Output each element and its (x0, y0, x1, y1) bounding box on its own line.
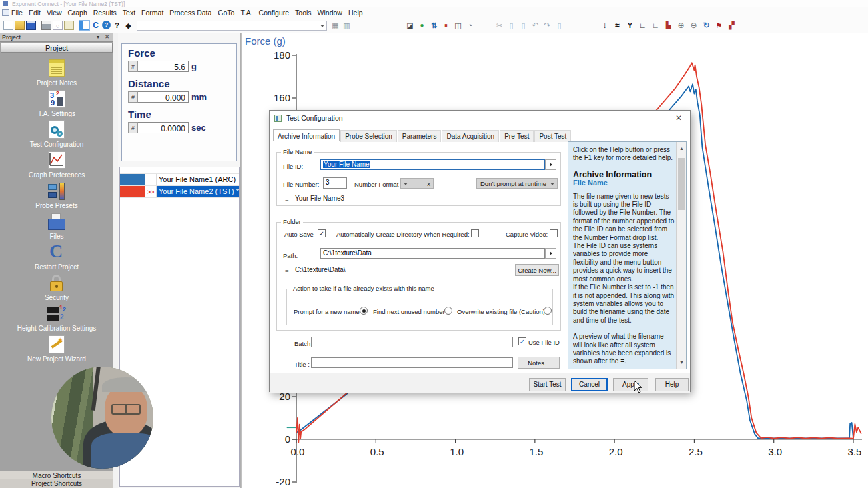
drop-marker-icon[interactable]: ↓ (600, 21, 610, 30)
probe-presets-icon (45, 181, 68, 201)
sidebar-item-graph-preferences[interactable]: Graph Preferences (0, 151, 113, 181)
file-id-menu-button[interactable] (545, 159, 556, 170)
cancel-button[interactable]: Cancel (571, 378, 608, 391)
probe-grid-icon[interactable]: ◫ (453, 21, 463, 30)
training-cap-icon[interactable]: ◆ (123, 21, 133, 30)
help-button[interactable]: Help (655, 378, 689, 391)
menu-format[interactable]: Format (141, 9, 163, 17)
sidebar-item-ta-settings[interactable]: 329 T.A. Settings (0, 89, 113, 120)
sidebar-item-security[interactable]: Security (0, 273, 113, 304)
sidebar-item-new-project-wizard[interactable]: ✦ New Project Wizard (0, 335, 113, 365)
print-icon[interactable] (41, 21, 51, 30)
distance-units-button[interactable]: # (128, 91, 138, 103)
refresh-c-icon[interactable]: C (91, 21, 101, 30)
menu-text[interactable]: Text (123, 9, 135, 17)
force-units-button[interactable]: # (128, 61, 138, 72)
project-shortcuts-bar[interactable]: Project Shortcuts (0, 479, 113, 488)
menu-view[interactable]: View (47, 9, 62, 17)
title-input[interactable] (311, 357, 513, 368)
create-now-button[interactable]: Create Now... (515, 264, 559, 276)
open-folder-icon[interactable] (15, 21, 25, 30)
start-test-button[interactable]: Start Test (529, 378, 566, 391)
sidebar-pin-close-icons[interactable]: ▾ ✕ (97, 34, 111, 40)
menu-goto[interactable]: GoTo (218, 9, 234, 17)
mdi-child-icon[interactable] (2, 9, 9, 16)
y-axis-split-icon[interactable]: Y (625, 21, 635, 30)
window-small-icon[interactable]: ▥ (342, 21, 352, 30)
chart-zoom-icon[interactable]: ▙ (663, 21, 673, 30)
print-preview-icon[interactable]: ◌ (53, 21, 63, 30)
capture-video-checkbox[interactable] (550, 229, 558, 237)
time-units-button[interactable]: # (128, 122, 138, 133)
use-file-id-checkbox[interactable]: ✓ (518, 337, 526, 345)
zoom-in-icon[interactable]: ⊕ (676, 21, 686, 30)
path-menu-button[interactable] (545, 248, 556, 259)
paste-icon[interactable]: ▯ (518, 21, 528, 30)
mail-icon[interactable] (64, 21, 74, 30)
refresh-graph-icon[interactable]: ↻ (701, 21, 711, 30)
menu-process-data[interactable]: Process Data (169, 9, 211, 17)
sidebar-item-height-calibration-settings[interactable]: 122 Height Calibration Settings (0, 304, 113, 335)
tab-archive-information[interactable]: Archive Information (273, 129, 340, 141)
run-graph-icon[interactable]: ● (417, 21, 427, 30)
toolbar-combobox[interactable] (137, 21, 327, 31)
menu-tools[interactable]: Tools (295, 9, 312, 17)
tare-icon[interactable]: ⇅ (429, 21, 439, 30)
file-id-input[interactable]: Your File Name (320, 159, 545, 170)
menu-window[interactable]: Window (318, 9, 342, 17)
file-list-row-1[interactable]: Your File Name1 (ARC) (120, 174, 239, 186)
prompt-at-runtime-combo[interactable]: Don't prompt at runtime (476, 178, 558, 189)
sidebar-item-files[interactable]: Files (0, 212, 113, 243)
macro-shortcuts-bar[interactable]: Macro Shortcuts (0, 471, 113, 479)
run-test-icon[interactable]: ◪ (405, 21, 415, 30)
redo-icon[interactable]: ↷ (542, 21, 552, 30)
chart-edit-icon[interactable]: ∟ (638, 21, 648, 30)
menu-file[interactable]: File (11, 9, 23, 17)
show-panel-icon[interactable] (79, 21, 89, 30)
find-next-number-radio[interactable] (444, 307, 452, 315)
notes-button[interactable]: Notes... (518, 357, 560, 369)
info-icon[interactable]: ? (102, 21, 111, 29)
menu-graph[interactable]: Graph (68, 9, 87, 17)
zoom-out-icon[interactable]: ⊖ (689, 21, 699, 30)
copy-icon[interactable]: ▯ (506, 21, 516, 30)
menu-configure[interactable]: Configure (259, 9, 290, 17)
batch-input[interactable] (311, 337, 513, 347)
save-icon[interactable] (26, 21, 36, 30)
compare-curves-icon[interactable]: ▞ (727, 21, 737, 30)
cut-icon[interactable]: ✂ (494, 21, 504, 30)
test-configuration-dialog: Test Configuration ✕ Archive Information… (269, 110, 691, 392)
new-document-icon[interactable] (3, 21, 13, 30)
scroll-up-icon[interactable]: ▲ (677, 143, 687, 153)
paste-special-icon[interactable]: ▯ (554, 21, 564, 30)
sidebar-item-restart-project[interactable]: C Restart Project (0, 243, 113, 273)
smooth-curve-icon[interactable]: ≈ (612, 21, 622, 30)
overwrite-radio[interactable] (544, 307, 552, 315)
context-help-icon[interactable]: ? (112, 21, 122, 30)
menu-results[interactable]: Results (93, 9, 117, 17)
file-number-input[interactable]: 3 (323, 177, 347, 189)
auto-create-directory-checkbox[interactable] (471, 229, 479, 237)
undo-icon[interactable]: ↶ (530, 21, 540, 30)
grid-small-icon[interactable]: ▦ (330, 21, 340, 30)
path-input[interactable]: C:\1texture\Data (320, 248, 545, 259)
prompt-new-name-radio[interactable] (360, 307, 368, 315)
menu-ta[interactable]: T.A. (240, 9, 252, 17)
menu-help[interactable]: Help (348, 9, 363, 17)
scroll-thumb[interactable] (678, 158, 685, 210)
file-list-row-2[interactable]: >> Your File Name2 (TST) * (120, 186, 239, 198)
chart-filter-icon[interactable]: ∟ (650, 21, 661, 30)
number-format-combo[interactable]: x (400, 178, 434, 189)
dialog-close-icon[interactable]: ✕ (673, 113, 685, 123)
help-scrollbar[interactable]: ▲ ▼ (676, 142, 686, 369)
flag-icon[interactable]: ⚑ (714, 21, 724, 30)
sidebar-item-probe-presets[interactable]: Probe Presets (0, 181, 113, 212)
sidebar-item-project-notes[interactable]: Project Notes (0, 59, 113, 89)
scroll-down-icon[interactable]: ▼ (677, 357, 687, 367)
sequence-icon[interactable]: ◔ (465, 21, 475, 30)
calibrate-icon[interactable]: ∎ (441, 21, 451, 30)
menu-edit[interactable]: Edit (29, 9, 41, 17)
auto-save-checkbox[interactable]: ✓ (318, 229, 326, 237)
sidebar-item-test-configuration[interactable]: Test Configuration (0, 120, 113, 151)
dialog-titlebar[interactable]: Test Configuration ✕ (270, 111, 690, 125)
